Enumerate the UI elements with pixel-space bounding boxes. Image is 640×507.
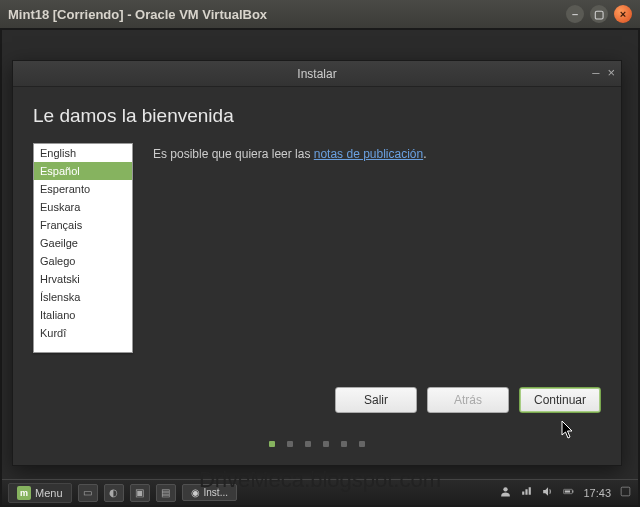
virtualbox-titlebar: Mint18 [Corriendo] - Oracle VM VirtualBo… [0, 0, 640, 28]
task-label: Inst... [204, 487, 228, 498]
taskbar: m Menu ▭ ◐ ▣ ▤ ◉ Inst... [2, 479, 638, 505]
release-notes-link[interactable]: notas de publicación [314, 147, 423, 161]
progress-dot [323, 441, 329, 447]
virtualbox-title: Mint18 [Corriendo] - Oracle VM VirtualBo… [8, 7, 566, 22]
svg-point-0 [504, 487, 508, 491]
svg-rect-3 [565, 490, 570, 492]
progress-dot [359, 441, 365, 447]
system-tray: 17:43 [499, 485, 632, 500]
network-icon[interactable] [520, 485, 533, 500]
virtualbox-window-controls: – ▢ × [566, 5, 632, 23]
progress-dot [305, 441, 311, 447]
installer-titlebar: Instalar – × [13, 61, 621, 87]
installer-body: Le damos la bienvenida EnglishEspañolEsp… [13, 87, 621, 353]
continue-button[interactable]: Continuar [519, 387, 601, 413]
message-suffix: . [423, 147, 426, 161]
language-option[interactable]: Euskara [34, 198, 132, 216]
progress-dots [13, 441, 621, 447]
installer-title: Instalar [297, 67, 336, 81]
installer-minimize-icon[interactable]: – [592, 65, 599, 80]
clock[interactable]: 17:43 [583, 487, 611, 499]
svg-rect-2 [573, 490, 574, 492]
show-desktop-icon[interactable]: ▭ [78, 484, 98, 502]
message-prefix: Es posible que quiera leer las [153, 147, 314, 161]
welcome-heading: Le damos la bienvenida [33, 105, 601, 127]
language-option[interactable]: Italiano [34, 306, 132, 324]
taskbar-task-installer[interactable]: ◉ Inst... [182, 484, 237, 501]
battery-icon[interactable] [562, 485, 575, 500]
language-option[interactable]: Gaeilge [34, 234, 132, 252]
language-option[interactable]: Kurdî [34, 324, 132, 342]
firefox-icon[interactable]: ◐ [104, 484, 124, 502]
back-button: Atrás [427, 387, 509, 413]
installer-button-row: Salir Atrás Continuar [335, 387, 601, 413]
progress-dot [287, 441, 293, 447]
language-option[interactable]: Esperanto [34, 180, 132, 198]
language-option[interactable]: Français [34, 216, 132, 234]
release-notes-message: Es posible que quiera leer las notas de … [153, 143, 427, 161]
installer-close-icon[interactable]: × [607, 65, 615, 80]
installer-window: Instalar – × Le damos la bienvenida Engl… [12, 60, 622, 466]
mint-logo-icon: m [17, 486, 31, 500]
progress-dot [269, 441, 275, 447]
user-icon[interactable] [499, 485, 512, 500]
maximize-button[interactable]: ▢ [590, 5, 608, 23]
quit-button[interactable]: Salir [335, 387, 417, 413]
language-option[interactable]: Español [34, 162, 132, 180]
volume-icon[interactable] [541, 485, 554, 500]
language-option[interactable]: Hrvatski [34, 270, 132, 288]
progress-dot [341, 441, 347, 447]
files-icon[interactable]: ▤ [156, 484, 176, 502]
guest-desktop: Instalar – × Le damos la bienvenida Engl… [2, 30, 638, 505]
mouse-cursor-icon [561, 420, 575, 440]
language-option[interactable]: Íslenska [34, 288, 132, 306]
language-option[interactable]: Galego [34, 252, 132, 270]
minimize-button[interactable]: – [566, 5, 584, 23]
cd-icon: ◉ [191, 487, 200, 498]
menu-button[interactable]: m Menu [8, 483, 72, 503]
close-button[interactable]: × [614, 5, 632, 23]
terminal-icon[interactable]: ▣ [130, 484, 150, 502]
language-option[interactable]: English [34, 144, 132, 162]
svg-rect-4 [621, 487, 630, 496]
vm-screen: Instalar – × Le damos la bienvenida Engl… [0, 28, 640, 507]
language-list[interactable]: EnglishEspañolEsperantoEuskaraFrançaisGa… [33, 143, 133, 353]
tray-overflow-icon[interactable] [619, 485, 632, 500]
menu-label: Menu [35, 487, 63, 499]
installer-window-controls: – × [592, 65, 615, 80]
